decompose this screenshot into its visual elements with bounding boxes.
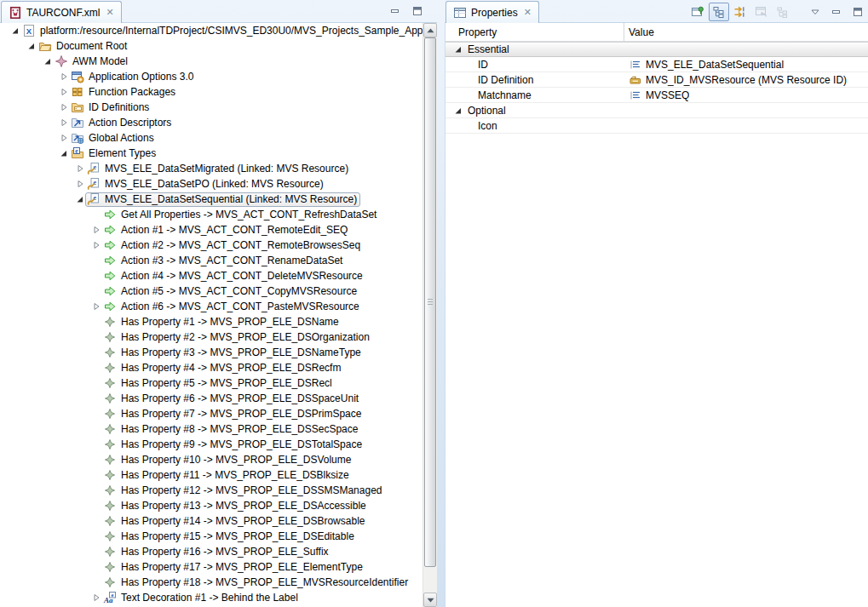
expand-arrow-icon[interactable] — [89, 238, 103, 252]
show-advanced-properties-button[interactable] — [730, 3, 750, 21]
tree-item-label: Action #6 -> MVS_ACT_CONT_PasteMVSResour… — [117, 301, 359, 312]
has-property-icon — [103, 468, 117, 482]
tree-item[interactable]: Get All Properties -> MVS_ACT_CONT_Refre… — [0, 207, 423, 222]
property-value[interactable]: MVSSEQ — [624, 89, 689, 102]
collapse-arrow-icon[interactable] — [451, 104, 465, 117]
scroll-thumb[interactable] — [424, 37, 436, 567]
text-decoration-icon: eAa — [103, 591, 117, 604]
tree-item[interactable]: Xplatform:/resource/InternalTDProject/CS… — [0, 23, 423, 38]
text-value-icon — [629, 58, 642, 72]
tree-item[interactable]: Application Options 3.0 — [0, 69, 423, 84]
tree-item[interactable]: Global Actions — [0, 130, 423, 146]
tree-item[interactable]: Has Property #4 -> MVS_PROP_ELE_DSRecfm — [0, 360, 423, 375]
tree-item[interactable]: AWM Model — [0, 54, 423, 69]
expand-arrow-icon[interactable] — [89, 223, 103, 237]
view-menu-button[interactable] — [805, 3, 825, 21]
panel-sash[interactable] — [437, 0, 445, 607]
maximize-view-button[interactable] — [848, 3, 868, 21]
tab-taurconf-xml[interactable]: TAURCONF.xml ✕ — [1, 1, 122, 23]
close-icon[interactable]: ✕ — [104, 7, 113, 18]
property-name: Matchname — [478, 89, 532, 101]
pin-properties-view-button[interactable] — [687, 3, 708, 21]
tree-item-label: Action #1 -> MVS_ACT_CONT_RemoteEdit_SEQ — [117, 224, 348, 236]
expand-arrow-icon[interactable] — [89, 300, 103, 313]
collapse-arrow-icon[interactable] — [25, 39, 38, 53]
id-definitions-icon — [71, 100, 84, 114]
tree-item-label: Has Property #4 -> MVS_PROP_ELE_DSRecfm — [117, 362, 341, 374]
expand-arrow-icon[interactable] — [57, 131, 71, 145]
tree-item[interactable]: Has Property #10 -> MVS_PROP_ELE_DSVolum… — [0, 452, 423, 467]
show-categories-button[interactable] — [709, 3, 729, 21]
tree-item[interactable]: Has Property #13 -> MVS_PROP_ELE_DSAcces… — [0, 498, 423, 513]
collapse-arrow-icon[interactable] — [451, 43, 465, 56]
tree-item[interactable]: Action Descriptors — [0, 115, 423, 130]
action-icon — [103, 254, 117, 267]
selected-tree-item[interactable]: eMVS_ELE_DataSetSequential (Linked: MVS … — [85, 192, 360, 207]
minimize-view-button[interactable] — [826, 3, 847, 21]
property-row[interactable]: MatchnameMVSSEQ — [445, 88, 868, 103]
expand-arrow-icon[interactable] — [73, 177, 87, 191]
tree-item[interactable]: Has Property #8 -> MVS_PROP_ELE_DSSecSpa… — [0, 421, 423, 437]
tree-item[interactable]: Function Packages — [0, 84, 423, 100]
tree-item[interactable]: Action #1 -> MVS_ACT_CONT_RemoteEdit_SEQ — [0, 222, 423, 238]
expand-arrow-icon[interactable] — [57, 85, 71, 99]
property-category-row[interactable]: Optional — [445, 103, 868, 118]
expand-arrow-icon[interactable] — [89, 591, 103, 604]
tree-item[interactable]: Action #5 -> MVS_ACT_CONT_CopyMVSResourc… — [0, 283, 423, 299]
expand-arrow-icon[interactable] — [73, 162, 87, 175]
property-row[interactable]: IDMVS_ELE_DataSetSequential — [445, 57, 868, 72]
tree-item[interactable]: eAaText Decoration #1 -> Behind the Labe… — [0, 590, 423, 605]
tree-item[interactable]: Action #3 -> MVS_ACT_CONT_RenameDataSet — [0, 253, 423, 268]
maximize-icon[interactable] — [411, 5, 423, 17]
collapse-arrow-icon[interactable] — [41, 54, 55, 68]
tree-item[interactable]: ID Definitions — [0, 100, 423, 115]
column-header-property[interactable]: Property — [445, 23, 624, 41]
tree-item[interactable]: Has Property #3 -> MVS_PROP_ELE_DSNameTy… — [0, 345, 423, 360]
tree-item[interactable]: Has Property #1 -> MVS_PROP_ELE_DSName — [0, 314, 423, 329]
column-header-value[interactable]: Value — [624, 26, 654, 38]
tree-item[interactable]: Has Property #14 -> MVS_PROP_ELE_DSBrows… — [0, 513, 423, 529]
expand-arrow-icon[interactable] — [57, 116, 71, 129]
tree-scrollbar[interactable] — [423, 23, 437, 607]
tree-item[interactable]: Document Root — [0, 38, 423, 54]
tree-item[interactable]: Action #6 -> MVS_ACT_CONT_PasteMVSResour… — [0, 299, 423, 314]
scroll-down-button[interactable] — [423, 593, 437, 607]
tree-item[interactable]: eElement Types — [0, 146, 423, 161]
tree-item[interactable]: Has Property #2 -> MVS_PROP_ELE_DSOrgani… — [0, 329, 423, 345]
tree-item-label: Has Property #1 -> MVS_PROP_ELE_DSName — [117, 316, 339, 328]
properties-panel: Properties ✕ Property Value EssentialIDM… — [445, 0, 868, 607]
minimize-icon[interactable] — [389, 5, 401, 17]
property-row[interactable]: ID DefinitionMVS_ID_MVSResource (MVS Res… — [445, 72, 868, 88]
tree-item[interactable]: Has Property #16 -> MVS_PROP_ELE_Suffix — [0, 544, 423, 559]
chevron-down-icon — [808, 5, 822, 19]
tree-item[interactable]: Has Property #7 -> MVS_PROP_ELE_DSPrimSp… — [0, 406, 423, 421]
property-value[interactable]: MVS_ELE_DataSetSequential — [624, 58, 784, 72]
tree-item[interactable]: eMVS_ELE_DataSetSequential (Linked: MVS … — [0, 192, 423, 207]
tab-properties[interactable]: Properties ✕ — [445, 1, 539, 23]
collapse-arrow-icon[interactable] — [57, 146, 71, 160]
has-property-icon — [103, 376, 117, 390]
tree-item[interactable]: Has Property #12 -> MVS_PROP_ELE_DSSMSMa… — [0, 483, 423, 498]
action-icon — [103, 238, 117, 252]
property-value[interactable]: MVS_ID_MVSResource (MVS Resource ID) — [624, 73, 847, 87]
tree-item[interactable]: Has Property #11 -> MVS_PROP_ELE_DSBlksi… — [0, 467, 423, 483]
tree-item[interactable]: Has Property #5 -> MVS_PROP_ELE_DSRecl — [0, 375, 423, 391]
tree-item[interactable]: eMVS_ELE_DataSetPO (Linked: MVS Resource… — [0, 176, 423, 192]
property-category-row[interactable]: Essential — [445, 42, 868, 57]
expand-arrow-icon[interactable] — [57, 70, 71, 83]
tree-item[interactable]: Has Property #17 -> MVS_PROP_ELE_Element… — [0, 559, 423, 575]
tree-item[interactable]: Has Property #6 -> MVS_PROP_ELE_DSSpaceU… — [0, 391, 423, 406]
tree-item[interactable]: Action #2 -> MVS_ACT_CONT_RemoteBrowsesS… — [0, 238, 423, 253]
tree-item[interactable]: Has Property #9 -> MVS_PROP_ELE_DSTotalS… — [0, 437, 423, 452]
expand-arrow-icon[interactable] — [57, 100, 71, 114]
tree-item[interactable]: Action #4 -> MVS_ACT_CONT_DeleteMVSResou… — [0, 268, 423, 283]
tree-item[interactable]: eMVS_ELE_DataSetMigrated (Linked: MVS Re… — [0, 161, 423, 176]
close-icon[interactable]: ✕ — [522, 7, 532, 18]
collapse-arrow-icon[interactable] — [9, 24, 22, 37]
tree-item[interactable]: Has Property #15 -> MVS_PROP_ELE_DSEdita… — [0, 529, 423, 544]
scroll-up-button[interactable] — [423, 23, 437, 37]
property-row[interactable]: Icon — [445, 118, 868, 134]
has-property-icon — [103, 484, 117, 497]
tree-item[interactable]: Has Property #18 -> MVS_PROP_ELE_MVSReso… — [0, 575, 423, 590]
id-ref-icon — [629, 73, 642, 87]
